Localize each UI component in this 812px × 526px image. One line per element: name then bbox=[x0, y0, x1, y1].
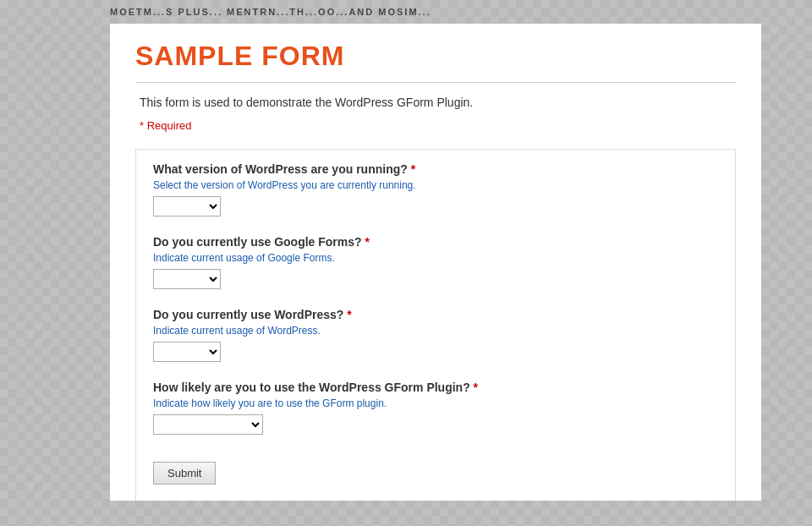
field-hint-wp-usage: Indicate current usage of WordPress. bbox=[153, 325, 718, 337]
field-label-gform-likelihood: How likely are you to use the WordPress … bbox=[153, 381, 718, 394]
submit-button[interactable]: Submit bbox=[153, 462, 216, 485]
form-description: This form is used to demonstrate the Wor… bbox=[135, 96, 736, 109]
field-hint-google-forms: Indicate current usage of Google Forms. bbox=[153, 252, 718, 264]
nav-text: MOETM...S PLUS... MENTRN...TH...OO...AND… bbox=[110, 7, 431, 17]
required-star-4: * bbox=[474, 381, 478, 394]
select-google-forms[interactable]: Yes No bbox=[153, 269, 221, 289]
form-fields: What version of WordPress are you runnin… bbox=[135, 149, 736, 501]
main-content: SAMPLE FORM This form is used to demonst… bbox=[110, 24, 761, 501]
required-star-1: * bbox=[411, 162, 415, 176]
field-label-text-3: Do you currently use WordPress? bbox=[153, 308, 343, 321]
required-star-2: * bbox=[365, 235, 369, 249]
field-label-wp-usage: Do you currently use WordPress? * bbox=[153, 308, 718, 321]
form-title: SAMPLE FORM bbox=[135, 41, 736, 83]
field-label-google-forms: Do you currently use Google Forms? * bbox=[153, 235, 718, 249]
select-wp-version[interactable]: 5.0 5.1 5.2 5.3 bbox=[153, 196, 221, 216]
top-nav: MOETM...S PLUS... MENTRN...TH...OO...AND… bbox=[110, 7, 761, 17]
field-label-text-4: How likely are you to use the WordPress … bbox=[153, 381, 470, 394]
required-star-3: * bbox=[347, 308, 351, 321]
field-hint-gform-likelihood: Indicate how likely you are to use the G… bbox=[153, 397, 718, 409]
field-group-google-forms: Do you currently use Google Forms? * Ind… bbox=[153, 235, 718, 289]
field-group-gform-likelihood: How likely are you to use the WordPress … bbox=[153, 381, 718, 435]
field-label-text: What version of WordPress are you runnin… bbox=[153, 162, 408, 176]
field-hint-wp-version: Select the version of WordPress you are … bbox=[153, 179, 718, 191]
select-gform-likelihood[interactable]: Very Likely Likely Unlikely Very Unlikel… bbox=[153, 414, 263, 435]
field-group-wp-usage: Do you currently use WordPress? * Indica… bbox=[153, 308, 718, 362]
field-label-text-2: Do you currently use Google Forms? bbox=[153, 235, 362, 249]
required-note: * Required bbox=[135, 119, 736, 132]
select-wp-usage[interactable]: Yes No bbox=[153, 342, 221, 362]
field-group-wp-version: What version of WordPress are you runnin… bbox=[153, 162, 718, 216]
field-label-wp-version: What version of WordPress are you runnin… bbox=[153, 162, 718, 176]
